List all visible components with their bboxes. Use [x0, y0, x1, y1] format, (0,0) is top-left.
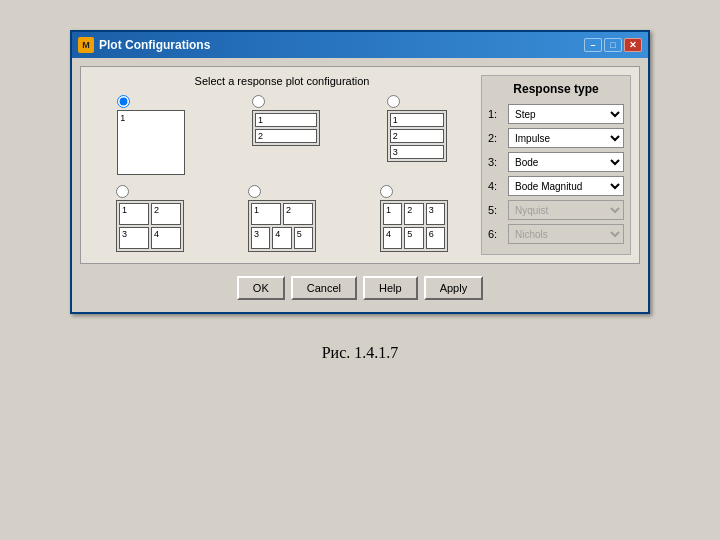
config-radio-4[interactable]: [116, 185, 129, 198]
help-button[interactable]: Help: [363, 276, 418, 300]
app-icon-label: M: [82, 40, 90, 50]
config-radio-6[interactable]: [380, 185, 393, 198]
app-icon: M: [78, 37, 94, 53]
config-cell-3-1: 1: [390, 113, 444, 127]
response-select-5[interactable]: Nyquist: [508, 200, 624, 220]
response-type-panel: Response type 1: Step Impulse Bode Bode …: [481, 75, 631, 255]
response-label-3: 3:: [488, 156, 504, 168]
config-cell-4-1: 1: [119, 203, 149, 225]
config-cell-6-3: 3: [426, 203, 445, 225]
ok-button[interactable]: OK: [237, 276, 285, 300]
config-cell-4-3: 3: [119, 227, 149, 249]
minimize-button[interactable]: –: [584, 38, 602, 52]
config-cell-5-3: 3: [251, 227, 270, 249]
config-option-4: 1 2 3 4: [116, 185, 184, 252]
config-layout-1: 1: [117, 110, 185, 175]
config-layout-5: 1 2 3 4 5: [248, 200, 316, 252]
config-radio-3[interactable]: [387, 95, 400, 108]
plot-configurations-window: M Plot Configurations – □ ✕ Select a res…: [70, 30, 650, 314]
config-layout-6: 1 2 3 4 5 6: [380, 200, 448, 252]
config-option-1: 1: [117, 95, 185, 175]
button-row: OK Cancel Help Apply: [80, 270, 640, 304]
response-row-5: 5: Nyquist: [488, 200, 624, 220]
cancel-button[interactable]: Cancel: [291, 276, 357, 300]
response-row-4: 4: Bode Magnitud Step: [488, 176, 624, 196]
config-cell-4-2: 2: [151, 203, 181, 225]
config-radio-row-5: [248, 185, 261, 198]
config-cell-5-5: 5: [294, 227, 313, 249]
config-cell-6-2: 2: [404, 203, 423, 225]
window-title: Plot Configurations: [99, 38, 210, 52]
config-option-6: 1 2 3 4 5 6: [380, 185, 448, 252]
figure-caption: Рис. 1.4.1.7: [322, 344, 399, 362]
config-layout-2: 1 2: [252, 110, 320, 146]
response-label-2: 2:: [488, 132, 504, 144]
response-label-1: 1:: [488, 108, 504, 120]
config-cell-6-5: 5: [404, 227, 423, 249]
response-label-6: 6:: [488, 228, 504, 240]
maximize-button[interactable]: □: [604, 38, 622, 52]
response-row-6: 6: Nichols: [488, 224, 624, 244]
config-radio-5[interactable]: [248, 185, 261, 198]
main-panel: Select a response plot configuration 1: [80, 66, 640, 264]
config-layout-4: 1 2 3 4: [116, 200, 184, 252]
config-cell-5-4: 4: [272, 227, 291, 249]
response-row-1: 1: Step Impulse Bode Bode Magnitude Nyqu…: [488, 104, 624, 124]
config-radio-row-2: [252, 95, 265, 108]
config-cell-6-1: 1: [383, 203, 402, 225]
config-radio-row-3: [387, 95, 400, 108]
config-cell-4-4: 4: [151, 227, 181, 249]
config-radio-2[interactable]: [252, 95, 265, 108]
config-radio-row-1: [117, 95, 130, 108]
titlebar: M Plot Configurations – □ ✕: [72, 32, 648, 58]
response-select-2[interactable]: Impulse Step Bode: [508, 128, 624, 148]
response-label-4: 4:: [488, 180, 504, 192]
config-option-2: 1 2: [252, 95, 320, 175]
response-select-3[interactable]: Bode Step Impulse: [508, 152, 624, 172]
response-select-1[interactable]: Step Impulse Bode Bode Magnitude Nyquist…: [508, 104, 624, 124]
response-row-2: 2: Impulse Step Bode: [488, 128, 624, 148]
config-radio-row-6: [380, 185, 393, 198]
window-content: Select a response plot configuration 1: [72, 58, 648, 312]
config-cell-2-2: 2: [255, 129, 317, 143]
section-title: Select a response plot configuration: [195, 75, 370, 87]
config-cell-1-1: 1: [120, 113, 125, 123]
titlebar-controls: – □ ✕: [584, 38, 642, 52]
response-type-title: Response type: [488, 82, 624, 96]
config-layout-3: 1 2 3: [387, 110, 447, 162]
config-option-3: 1 2 3: [387, 95, 447, 175]
apply-button[interactable]: Apply: [424, 276, 484, 300]
titlebar-left: M Plot Configurations: [78, 37, 210, 53]
response-label-5: 5:: [488, 204, 504, 216]
config-cell-2-1: 1: [255, 113, 317, 127]
response-select-4[interactable]: Bode Magnitud Step: [508, 176, 624, 196]
config-cell-5-1: 1: [251, 203, 281, 225]
config-cell-5-2: 2: [283, 203, 313, 225]
config-cell-6-6: 6: [426, 227, 445, 249]
config-cell-3-3: 3: [390, 145, 444, 159]
close-button[interactable]: ✕: [624, 38, 642, 52]
response-row-3: 3: Bode Step Impulse: [488, 152, 624, 172]
response-select-6[interactable]: Nichols: [508, 224, 624, 244]
config-cell-6-4: 4: [383, 227, 402, 249]
config-radio-row-4: [116, 185, 129, 198]
config-option-5: 1 2 3 4 5: [248, 185, 316, 252]
plot-configs-panel: Select a response plot configuration 1: [89, 75, 475, 255]
config-radio-1[interactable]: [117, 95, 130, 108]
config-cell-3-2: 2: [390, 129, 444, 143]
